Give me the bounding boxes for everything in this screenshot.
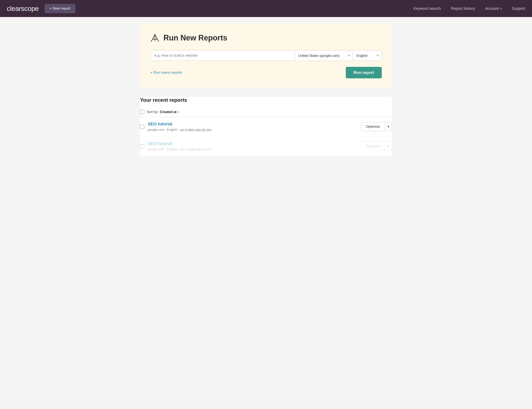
keyword-input[interactable]: [150, 50, 295, 61]
location-select[interactable]: United States (google.com) United Kingdo…: [295, 50, 353, 61]
support-link[interactable]: Support: [512, 6, 525, 11]
sort-row: Sort by: Created at ▾: [140, 107, 392, 117]
account-menu[interactable]: Account ▾: [485, 6, 502, 11]
report-title-1[interactable]: SEO tutorial: [148, 121, 358, 126]
report-language-2: English: [167, 147, 177, 151]
account-chevron-icon: ▾: [500, 7, 502, 10]
optimize-dropdown-chevron-1: ▾: [388, 125, 389, 128]
main-content: Run New Reports United States (google.co…: [134, 17, 398, 163]
keyword-search-link[interactable]: Keyword search: [414, 6, 441, 11]
report-history-link[interactable]: Report history: [451, 6, 475, 11]
nav-item-keyword-search[interactable]: Keyword search: [414, 6, 441, 11]
report-form-row: United States (google.com) United Kingdo…: [150, 50, 382, 61]
navbar: clearscope + New report Keyword search R…: [0, 0, 532, 17]
select-all-checkbox[interactable]: [140, 110, 144, 114]
report-checkbox-1[interactable]: [140, 125, 144, 129]
report-source-2: google.com: [148, 147, 164, 151]
report-dot-1: ·: [165, 128, 167, 131]
report-source-1: google.com: [148, 128, 164, 131]
report-dot2-2: ·: [178, 147, 180, 151]
optimize-dropdown-2[interactable]: ▾: [385, 142, 392, 150]
report-meta-2: google.com · English · run 8 days ago by…: [148, 147, 211, 151]
sort-value: Created at: [160, 110, 176, 114]
account-link[interactable]: Account: [485, 6, 499, 11]
report-row: SEO tutorial google.com · English · run …: [140, 117, 392, 137]
report-row-info-2: SEO tutorial google.com · English · run …: [148, 141, 358, 151]
report-dot-2: ·: [165, 147, 167, 151]
sort-by-text: Sort by:: [147, 110, 159, 114]
nav-links: Keyword search Report history Account ▾ …: [414, 6, 525, 11]
run-reports-card: Run New Reports United States (google.co…: [140, 24, 392, 88]
optimize-dropdown-1[interactable]: ▾: [385, 122, 392, 131]
run-reports-title: Run New Reports: [163, 33, 227, 42]
report-actions-2: Optimize ▾: [361, 142, 392, 151]
sort-label: Sort by: Created at ▾: [147, 110, 179, 114]
optimize-button-2[interactable]: Optimize: [361, 142, 385, 151]
run-report-button[interactable]: Run report: [346, 67, 382, 78]
send-icon: [150, 33, 160, 43]
nav-item-report-history[interactable]: Report history: [451, 6, 475, 11]
nav-item-account[interactable]: Account ▾: [485, 6, 502, 11]
recent-reports-title: Your recent reports: [140, 97, 392, 103]
new-report-label: + New report: [50, 6, 71, 11]
new-report-button[interactable]: + New report: [45, 4, 75, 13]
report-row-info-1: SEO tutorial google.com · English · run …: [148, 121, 358, 131]
logo[interactable]: clearscope: [7, 5, 39, 13]
form-bottom-row: + Run many reports Run report: [150, 67, 382, 78]
report-checkbox-2[interactable]: [140, 144, 144, 149]
report-run-1: run 8 days ago by you: [180, 128, 212, 131]
report-meta-1: google.com · English · run 8 days ago by…: [148, 128, 211, 131]
optimize-dropdown-chevron-2: ▾: [388, 144, 389, 148]
optimize-button-1[interactable]: Optimize: [361, 122, 385, 131]
recent-reports-section: Your recent reports Sort by: Created at …: [140, 97, 392, 156]
nav-item-support[interactable]: Support: [512, 6, 525, 11]
sort-chevron-icon[interactable]: ▾: [178, 111, 179, 113]
report-row-faded: SEO tutorial google.com · English · run …: [140, 137, 392, 156]
language-select[interactable]: English Spanish French German Portuguese: [353, 50, 382, 61]
run-report-label: Run report: [353, 70, 374, 75]
run-reports-header: Run New Reports: [150, 33, 382, 43]
run-many-label: + Run many reports: [150, 70, 182, 75]
run-many-link[interactable]: + Run many reports: [150, 70, 182, 75]
report-language-1: English: [167, 128, 177, 131]
report-dot2-1: ·: [178, 128, 180, 131]
report-run-2: run 8 days ago by you: [180, 147, 212, 151]
report-actions-1: Optimize ▾: [361, 122, 392, 131]
report-title-2[interactable]: SEO tutorial: [148, 141, 358, 146]
